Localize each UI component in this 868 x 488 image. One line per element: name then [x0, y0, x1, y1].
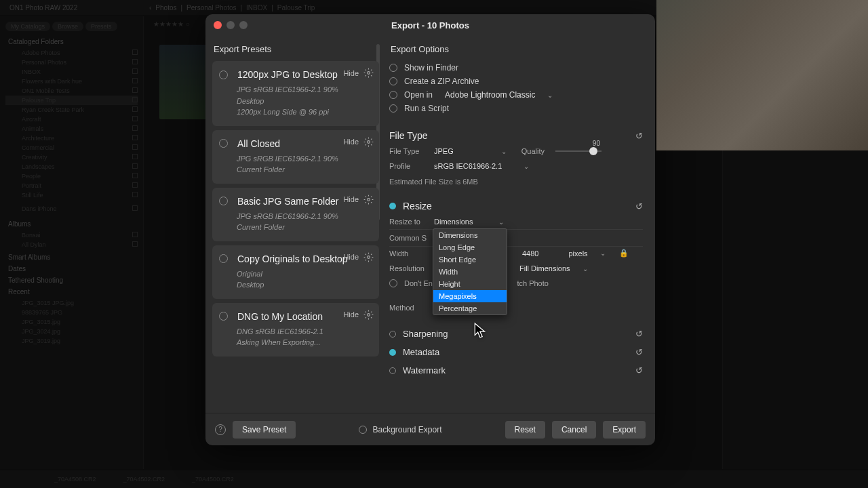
- quality-label: Quality: [521, 147, 545, 155]
- filetype-label: File Type: [389, 147, 427, 155]
- preset-radio[interactable]: [219, 197, 228, 205]
- zip-option[interactable]: Create a ZIP Archive: [389, 75, 643, 88]
- chevron-down-icon: ⌄: [600, 249, 606, 257]
- open-in-app[interactable]: Adobe Lightroom Classic: [445, 90, 535, 100]
- run-script-option[interactable]: Run a Script: [389, 102, 643, 115]
- bottom-bar: _70A4508.CR2 _70A4502.CR2 _70A4500.CR2: [0, 470, 868, 488]
- dont-enlarge-radio[interactable]: [389, 279, 397, 287]
- section-enabled-dot[interactable]: [389, 367, 396, 374]
- background-export-checkbox[interactable]: Background Export: [359, 425, 441, 434]
- resize-section-header[interactable]: Resize ↺: [389, 198, 643, 214]
- dropdown-item-width[interactable]: Width: [433, 266, 507, 278]
- help-icon[interactable]: ?: [215, 424, 226, 435]
- reset-icon[interactable]: ↺: [635, 365, 643, 375]
- dropdown-item-dimensions[interactable]: Dimensions: [433, 229, 507, 241]
- left-sidebar: My Catalogs Browse Presets Cataloged Fol…: [0, 16, 144, 469]
- resize-to-dropdown: Dimensions Long Edge Short Edge Width He…: [433, 228, 507, 315]
- fill-select[interactable]: Fill Dimensions: [519, 264, 570, 272]
- section-enabled-dot[interactable]: [389, 203, 396, 209]
- dropdown-item-percentage[interactable]: Percentage: [433, 302, 507, 314]
- preset-item[interactable]: All Closed Hide JPG sRGB IEC61966-2.1 90…: [212, 130, 379, 184]
- metadata-section-header[interactable]: Metadata ↺: [389, 343, 643, 361]
- quality-value: 90: [593, 140, 600, 147]
- dialog-footer: ? Save Preset Background Export Reset Ca…: [205, 413, 655, 445]
- preset-item[interactable]: 1200px JPG to Desktop Hide JPG sRGB IEC6…: [212, 61, 379, 126]
- preset-meta: DNG sRGB IEC61966-2.1 Asking When Export…: [219, 326, 372, 348]
- reset-icon[interactable]: ↺: [635, 329, 643, 339]
- svg-point-1: [368, 140, 370, 143]
- titlebar: Export - 10 Photos: [205, 14, 655, 36]
- width-value[interactable]: 4480: [519, 249, 541, 258]
- gear-icon[interactable]: [363, 252, 374, 262]
- export-button[interactable]: Export: [603, 421, 646, 439]
- show-in-finder-option[interactable]: Show in Finder: [389, 61, 643, 75]
- preset-item[interactable]: DNG to My Location Hide DNG sRGB IEC6196…: [212, 303, 379, 357]
- filetype-select[interactable]: JPEG: [434, 147, 454, 155]
- zoom-window-button[interactable]: [239, 21, 248, 29]
- quality-slider[interactable]: 90: [555, 150, 601, 152]
- width-label: Width: [389, 249, 431, 258]
- dropdown-item-height[interactable]: Height: [433, 278, 507, 290]
- preset-item[interactable]: Copy Originals to Desktop Hide Original …: [212, 245, 379, 299]
- gear-icon[interactable]: [363, 68, 374, 78]
- file-size-estimate: Estimated File Size is 6MB: [389, 178, 643, 186]
- hide-button[interactable]: Hide: [343, 69, 359, 77]
- save-preset-button[interactable]: Save Preset: [233, 421, 296, 439]
- lock-icon[interactable]: 🔒: [619, 249, 629, 258]
- svg-point-0: [368, 72, 370, 75]
- hide-button[interactable]: Hide: [343, 310, 359, 319]
- svg-point-3: [368, 256, 370, 258]
- open-in-option[interactable]: Open inAdobe Lightroom Classic⌄: [389, 88, 643, 102]
- reset-icon[interactable]: ↺: [635, 131, 643, 141]
- preset-meta: JPG sRGB IEC61966-2.1 90% Current Folder: [219, 153, 372, 176]
- reset-icon[interactable]: ↺: [635, 347, 643, 357]
- reset-button[interactable]: Reset: [505, 421, 545, 439]
- resolution-label: Resolution: [389, 264, 431, 272]
- filetype-section-header[interactable]: File Type ↺: [389, 127, 643, 144]
- profile-select[interactable]: sRGB IEC61966-2.1: [434, 162, 502, 170]
- method-label: Method: [389, 304, 427, 312]
- preset-radio[interactable]: [219, 254, 228, 263]
- presets-panel: Export Presets 1200px JPG to Desktop Hid…: [205, 36, 382, 413]
- resize-to-select[interactable]: Dimensions ⌄: [434, 218, 504, 226]
- gear-icon[interactable]: [363, 195, 374, 205]
- export-dialog: Export - 10 Photos Export Presets 1200px…: [205, 14, 655, 445]
- svg-point-4: [368, 313, 370, 316]
- dropdown-item-long-edge[interactable]: Long Edge: [433, 241, 507, 253]
- preset-meta: Original Desktop: [219, 268, 372, 291]
- chevron-down-icon: ⌄: [498, 218, 504, 226]
- reset-icon[interactable]: ↺: [635, 201, 643, 211]
- section-enabled-dot[interactable]: [389, 331, 396, 338]
- dialog-title: Export - 10 Photos: [205, 20, 655, 30]
- watermark-section-header[interactable]: Watermark ↺: [389, 361, 643, 380]
- preset-item[interactable]: Basic JPG Same Folder Hide JPG sRGB IEC6…: [212, 188, 379, 241]
- units-select[interactable]: pixels: [568, 249, 587, 258]
- gear-icon[interactable]: [363, 310, 374, 320]
- breadcrumb: ‹ Photos| Personal Photos| INBOX| Palous…: [149, 0, 315, 15]
- hide-button[interactable]: Hide: [343, 253, 359, 261]
- preset-radio[interactable]: [219, 70, 228, 79]
- dropdown-item-short-edge[interactable]: Short Edge: [433, 253, 507, 266]
- options-panel-title: Export Options: [389, 41, 643, 61]
- gear-icon[interactable]: [363, 137, 374, 147]
- chevron-down-icon: ⌄: [524, 163, 529, 170]
- minimize-window-button[interactable]: [226, 21, 235, 29]
- svg-point-2: [368, 198, 370, 201]
- preset-meta: JPG sRGB IEC61966-2.1 90% Desktop 1200px…: [219, 84, 372, 118]
- hide-button[interactable]: Hide: [343, 195, 359, 203]
- webcam-overlay: [656, 0, 868, 150]
- resize-to-label: Resize to: [389, 218, 427, 226]
- sharpening-section-header[interactable]: Sharpening ↺: [389, 325, 643, 343]
- preset-radio[interactable]: [219, 312, 228, 321]
- preset-meta: JPG sRGB IEC61966-2.1 90% Current Folder: [219, 211, 372, 233]
- close-window-button[interactable]: [214, 21, 222, 29]
- chevron-down-icon: ⌄: [547, 92, 553, 99]
- stretch-label: tch Photo: [517, 279, 548, 287]
- hide-button[interactable]: Hide: [343, 138, 359, 146]
- dropdown-item-megapixels[interactable]: Megapixels: [433, 290, 507, 302]
- chevron-down-icon: ⌄: [501, 148, 507, 155]
- section-enabled-dot[interactable]: [389, 349, 396, 356]
- presets-panel-title: Export Presets: [212, 41, 379, 61]
- cancel-button[interactable]: Cancel: [552, 421, 596, 439]
- preset-radio[interactable]: [219, 139, 228, 148]
